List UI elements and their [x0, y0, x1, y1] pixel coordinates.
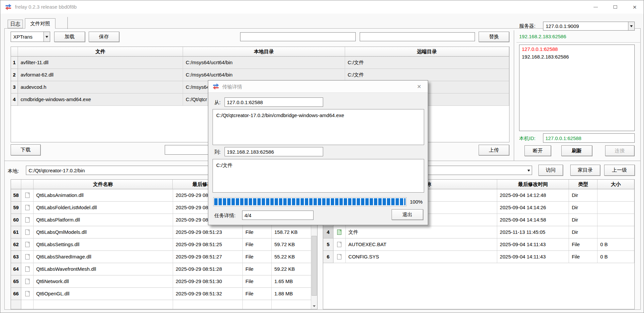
local-file-row[interactable]: 64Qt6LabsWavefrontMesh.dll2025-09-29 08:… — [11, 263, 317, 275]
row-number: 5 — [323, 238, 333, 251]
to-field[interactable] — [225, 147, 323, 156]
column-header-file[interactable]: 文件 — [18, 47, 183, 57]
folder-icon — [337, 230, 341, 235]
close-icon: ✕ — [417, 83, 421, 90]
chevron-down-icon[interactable] — [525, 166, 532, 175]
load-button[interactable]: 加载 — [54, 32, 85, 42]
local-file-row[interactable]: 66Qt6OpenGL.dll2025-09-29 08:51:32File1.… — [11, 288, 317, 300]
icon-cell — [21, 214, 34, 226]
cell-local: C:/msys64/ucrt64/bin — [183, 69, 345, 81]
cell-mtime: 2025-09-29 08:51:32 — [173, 288, 243, 300]
cell-size: 0 B — [598, 251, 634, 263]
save-button[interactable]: 保存 — [89, 32, 119, 42]
minimize-button[interactable] — [588, 0, 603, 14]
to-path-area[interactable]: C:/文件 — [213, 159, 424, 193]
icon-cell — [333, 251, 346, 263]
row-number: 1 — [11, 57, 18, 69]
row-number — [11, 300, 21, 309]
icon-cell — [333, 238, 346, 251]
task-details-field[interactable] — [242, 211, 314, 220]
remote-file-row[interactable]: 4文件2025-11-13 11:45:05Dir — [323, 226, 634, 238]
peer-list-item[interactable]: 192.168.2.183:62586 — [519, 53, 634, 60]
replace-input[interactable] — [360, 32, 475, 41]
compare-row[interactable]: 2avformat-62.dllC:/msys64/ucrt64/binC:/文… — [11, 69, 509, 81]
column-header-remote[interactable]: 远端目录 — [345, 47, 509, 57]
chevron-down-icon[interactable] — [44, 32, 50, 42]
upload-button[interactable]: 上传 — [479, 145, 509, 155]
local-file-row[interactable]: 62Qt6LabsSettings.dll2025-09-29 08:51:25… — [11, 238, 317, 251]
tab-log[interactable]: 日志 — [8, 20, 23, 28]
icon-cell — [21, 263, 34, 275]
icon-cell — [21, 288, 34, 300]
exit-button[interactable]: 退出 — [392, 209, 423, 220]
cell-remote: C:/文件 — [345, 57, 509, 69]
disconnect-button[interactable]: 断开 — [524, 145, 551, 156]
cell-name: Qt6LabsWavefrontMesh.dll — [34, 263, 173, 275]
chevron-down-icon[interactable] — [628, 22, 634, 30]
cell-type: Dir — [569, 189, 598, 202]
column-header-type[interactable]: 类型 — [569, 180, 598, 189]
icon-cell — [21, 275, 34, 288]
cell-type: Dir — [569, 226, 598, 238]
replace-button[interactable]: 替换 — [479, 32, 509, 42]
refresh-button[interactable]: 刷新 — [561, 145, 592, 156]
server-select[interactable]: 127.0.0.1:9009 — [543, 22, 635, 31]
cell-type: File — [243, 275, 272, 288]
cell-name: Qt6LabsPlatform.dll — [34, 214, 173, 226]
app-window: frelay 0.2.3 release bbd0f8b ✕ 日志 文件对照 X… — [0, 0, 644, 313]
cell-mtime: 2025-09-29 08:51:25 — [173, 238, 243, 251]
scroll-down-icon[interactable] — [311, 303, 317, 309]
up-level-button[interactable]: 上一级 — [604, 165, 635, 176]
column-header-mtime[interactable]: 最后修改时间 — [497, 180, 569, 189]
local-path-label: 本地: — [8, 168, 19, 174]
from-field[interactable] — [225, 97, 323, 107]
download-button[interactable]: 下载 — [11, 144, 41, 155]
window-title: frelay 0.2.3 release bbd0f8b — [15, 0, 77, 14]
cell-size: 158.72 KB — [272, 226, 312, 238]
cell-mtime: 2025-09-04 14:12:48 — [497, 189, 569, 202]
column-header-size[interactable]: 大小 — [598, 180, 634, 189]
remote-file-row[interactable]: 6CONFIG.SYS2025-09-04 14:11:43File0 B — [323, 251, 634, 263]
cell-name: Qt6LabsSharedImage.dll — [34, 251, 173, 263]
local-id-field[interactable] — [543, 133, 635, 143]
search-input[interactable] — [240, 32, 356, 41]
icon-cell — [21, 226, 34, 238]
scrollbar-thumb[interactable] — [312, 236, 317, 296]
cell-mtime: 2025-09-04 14:14:58 — [497, 214, 569, 226]
connected-peer-text: 192.168.2.183:62586 — [519, 34, 566, 39]
cell-remote: C:/文件 — [345, 69, 509, 81]
from-path-area[interactable]: C:/Qt/qtcreator-17.0.2/bin/cmdbridge-win… — [213, 109, 424, 145]
app-logo-icon — [5, 3, 12, 11]
peer-list[interactable]: 127.0.0.1:62588192.168.2.183:62586 — [519, 45, 635, 131]
cell-type: File — [243, 238, 272, 251]
cell-mtime: 2025-09-04 14:14:26 — [497, 202, 569, 214]
local-file-row[interactable] — [11, 300, 317, 309]
peer-list-item[interactable]: 127.0.0.1:62588 — [519, 45, 634, 53]
column-header-name[interactable]: 文件名称 — [34, 180, 173, 189]
home-dir-button[interactable]: 家目录 — [570, 165, 600, 176]
row-number: 65 — [11, 275, 21, 288]
local-file-row[interactable]: 65Qt6Network.dll2025-09-29 08:51:30File1… — [11, 275, 317, 288]
server-panel-divider — [516, 42, 641, 43]
column-header-icon[interactable] — [21, 180, 34, 189]
compare-row[interactable]: 1avfilter-11.dllC:/msys64/ucrt64/binC:/文… — [11, 57, 509, 69]
remote-file-row[interactable]: 5AUTOEXEC.BAT2025-09-04 14:11:43File0 B — [323, 238, 634, 251]
local-file-row[interactable]: 61Qt6LabsQmlModels.dll2025-09-29 08:51:2… — [11, 226, 317, 238]
maximize-button[interactable] — [607, 0, 623, 14]
visit-button[interactable]: 访问 — [538, 165, 563, 176]
document-icon — [25, 205, 30, 210]
document-icon — [25, 291, 30, 296]
local-file-row[interactable]: 63Qt6LabsSharedImage.dll2025-09-29 08:51… — [11, 251, 317, 263]
column-header-num[interactable] — [11, 180, 21, 189]
connect-button[interactable]: 连接 — [605, 145, 634, 156]
cell-type: File — [243, 251, 272, 263]
cell-file: avfilter-11.dll — [18, 57, 183, 69]
cell-type: File — [569, 238, 598, 251]
tab-file-compare[interactable]: 文件对照 — [25, 18, 55, 29]
close-button[interactable]: ✕ — [627, 0, 642, 14]
dialog-close-button[interactable]: ✕ — [413, 80, 425, 93]
server-label: 服务器: — [519, 23, 535, 29]
column-header-local[interactable]: 本地目录 — [183, 47, 345, 57]
column-header-num[interactable] — [11, 47, 18, 57]
preset-select[interactable]: XPTrans — [11, 32, 50, 42]
